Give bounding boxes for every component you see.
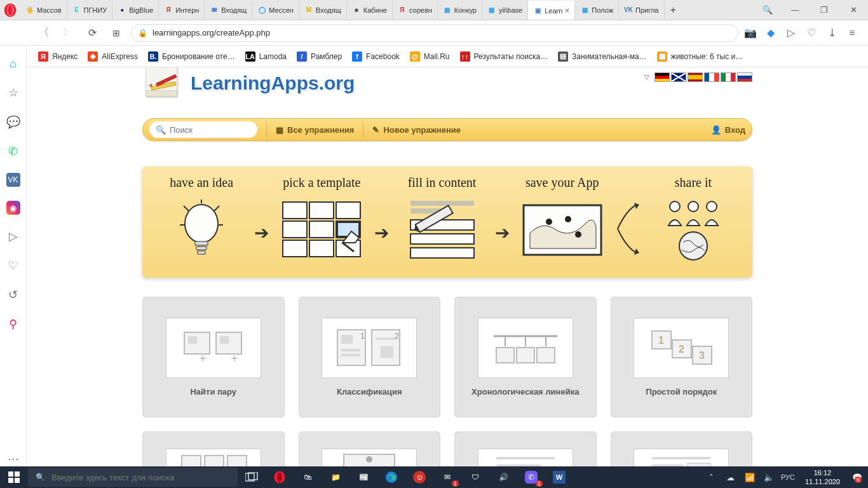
forward-button[interactable]: 〉 — [58, 24, 78, 43]
template-timeline[interactable]: Хронологическая линейка — [454, 297, 597, 417]
close-tab-icon[interactable]: × — [565, 6, 569, 15]
browser-tab[interactable]: MВходящ — [299, 1, 347, 20]
bookmark-item[interactable]: ◆AliExpress — [88, 51, 138, 62]
site-logo[interactable]: LearningApps.org — [142, 67, 355, 105]
adblock-icon[interactable]: ◆ — [764, 26, 778, 40]
taskbar-explorer[interactable]: 📁 — [322, 466, 349, 488]
browser-tab[interactable]: ■Кабине — [347, 1, 393, 20]
flag-de[interactable] — [654, 72, 670, 82]
browser-tab[interactable]: ЯИнтерн — [159, 1, 205, 20]
search-input[interactable] — [170, 125, 251, 135]
browser-tab[interactable]: ▣Learn× — [528, 1, 575, 20]
browser-tab[interactable]: Ясоревн — [393, 1, 438, 20]
minimize-button[interactable]: — — [780, 0, 810, 20]
taskbar-word[interactable]: W — [545, 466, 573, 488]
svg-rect-74 — [15, 471, 20, 477]
taskbar-sound-app[interactable]: 🔊 — [489, 466, 517, 488]
start-button[interactable] — [0, 466, 28, 488]
sidebar-home-icon[interactable]: ⌂ — [6, 56, 21, 71]
taskbar-search[interactable]: 🔍 — [28, 468, 238, 487]
nav-all-exercises[interactable]: ▦ Все упражнения — [276, 125, 354, 135]
tray-wifi-icon[interactable]: 📶 — [743, 470, 757, 484]
download-icon[interactable]: ⤓ — [825, 26, 839, 40]
bookmark-item[interactable]: ЯЯндекс — [38, 51, 78, 62]
sidebar-whatsapp-icon[interactable]: ✆ — [6, 144, 21, 159]
browser-tab[interactable]: ▦yii\base — [482, 1, 528, 20]
taskbar-search-input[interactable] — [51, 473, 230, 482]
template-classification[interactable]: 12 Классификация — [299, 297, 441, 417]
template-order[interactable]: 123 Простой порядок — [611, 297, 753, 417]
bookmark-item[interactable]: ↑↑Результаты поиска… — [460, 51, 548, 62]
reload-button[interactable]: ⟳ — [83, 24, 102, 43]
tray-lang[interactable]: РУС — [781, 470, 795, 484]
browser-tab[interactable]: ▦Конкур — [438, 1, 482, 20]
taskbar-mail[interactable]: ✉1 — [433, 466, 461, 488]
browser-tab[interactable]: VKПригла — [619, 1, 664, 20]
browser-tab[interactable]: ●BigBlue — [112, 1, 159, 20]
taskbar-app-red[interactable]: ⊙ — [405, 466, 433, 488]
taskbar-opera[interactable] — [266, 466, 294, 488]
back-button[interactable]: 〈 — [34, 24, 53, 43]
browser-tab[interactable]: ▦Полож — [575, 1, 619, 20]
lock-icon: 🔒 — [138, 29, 147, 37]
template-thumb: 123 — [634, 318, 729, 378]
maximize-button[interactable]: ❐ — [810, 0, 839, 20]
browser-tab[interactable]: ✉Входящ — [205, 1, 252, 20]
taskbar-store[interactable]: 🛍 — [294, 466, 322, 488]
bookmark-item[interactable]: fFacebook — [352, 51, 400, 62]
tab-search-icon[interactable]: 🔍 — [755, 0, 780, 20]
bookmark-item[interactable]: @Mail.Ru — [410, 51, 450, 62]
browser-tab[interactable]: 🖐Массов — [20, 1, 67, 20]
template-card[interactable] — [142, 431, 285, 466]
flag-ru[interactable] — [737, 72, 752, 82]
sidebar-heart-icon[interactable]: ♡ — [6, 258, 21, 273]
sidebar-bookmark-icon[interactable]: ☆ — [6, 85, 21, 100]
nav-new-exercise[interactable]: ✎ Новое упражнение — [372, 125, 461, 135]
sidebar-messenger-icon[interactable]: 💬 — [6, 114, 21, 130]
sidebar-history-icon[interactable]: ↺ — [6, 287, 21, 302]
opera-logo[interactable] — [0, 0, 20, 20]
taskbar-viber[interactable]: ✆1 — [517, 466, 545, 488]
flag-fr[interactable] — [704, 72, 719, 82]
taskbar-security[interactable]: 🛡 — [461, 466, 489, 488]
template-card[interactable] — [611, 431, 753, 466]
heart-icon[interactable]: ♡ — [804, 26, 818, 40]
url-box[interactable]: 🔒 learningapps.org/createApp.php — [131, 24, 738, 42]
taskbar-news[interactable]: 📰 — [349, 466, 377, 488]
task-view-button[interactable] — [238, 466, 266, 488]
sidebar-player-icon[interactable]: ▷ — [6, 229, 21, 244]
tray-cloud-icon[interactable]: ☁ — [724, 470, 738, 484]
sidebar-instagram-icon[interactable]: ◉ — [6, 201, 20, 215]
sidebar-more-icon[interactable]: ⋯ — [6, 451, 21, 466]
bookmark-item[interactable]: /Рамблер — [297, 51, 342, 62]
tray-notifications[interactable]: 💬6 — [850, 470, 864, 484]
easy-setup-icon[interactable]: ≡ — [845, 26, 859, 40]
bookmark-item[interactable]: ▦животные: 6 тыс и… — [657, 51, 743, 62]
template-card[interactable] — [299, 431, 441, 466]
bookmark-item[interactable]: B.Бронирование оте… — [148, 51, 235, 62]
lang-dropdown-icon[interactable]: ▽ — [644, 74, 649, 81]
close-window-button[interactable]: ✕ — [839, 0, 868, 20]
tray-volume-icon[interactable]: 🔈 — [762, 470, 776, 484]
bookmark-item[interactable]: LALamoda — [245, 51, 287, 62]
flag-es[interactable] — [688, 72, 703, 82]
tray-clock[interactable]: 16:12 11.11.2020 — [800, 468, 845, 486]
browser-tab[interactable]: ЕПГНИУ — [67, 1, 113, 20]
nav-login[interactable]: 👤 Вход — [711, 125, 745, 135]
search-box[interactable]: 🔍 — [149, 121, 257, 138]
flag-en[interactable] — [671, 72, 686, 82]
send-icon[interactable]: ▷ — [784, 26, 798, 40]
speed-dial-button[interactable]: ⊞ — [107, 24, 126, 43]
taskbar-edge[interactable] — [377, 466, 405, 488]
flag-it[interactable] — [721, 72, 736, 82]
tray-expand-icon[interactable]: ˄ — [705, 470, 719, 484]
sidebar-pin-icon[interactable]: ⚲ — [6, 316, 21, 332]
bookmark-item[interactable]: ▤Занимательная-ма… — [558, 51, 647, 62]
snapshot-icon[interactable]: 📷 — [743, 26, 757, 40]
template-card[interactable] — [454, 431, 597, 466]
browser-tab[interactable]: ◯Мессен — [252, 1, 299, 20]
template-caption: Хронологическая линейка — [471, 387, 579, 396]
sidebar-vk-icon[interactable]: VK — [6, 173, 20, 187]
new-tab-button[interactable]: + — [665, 4, 682, 16]
template-pair[interactable]: ＋＋ Найти пару — [142, 297, 285, 417]
